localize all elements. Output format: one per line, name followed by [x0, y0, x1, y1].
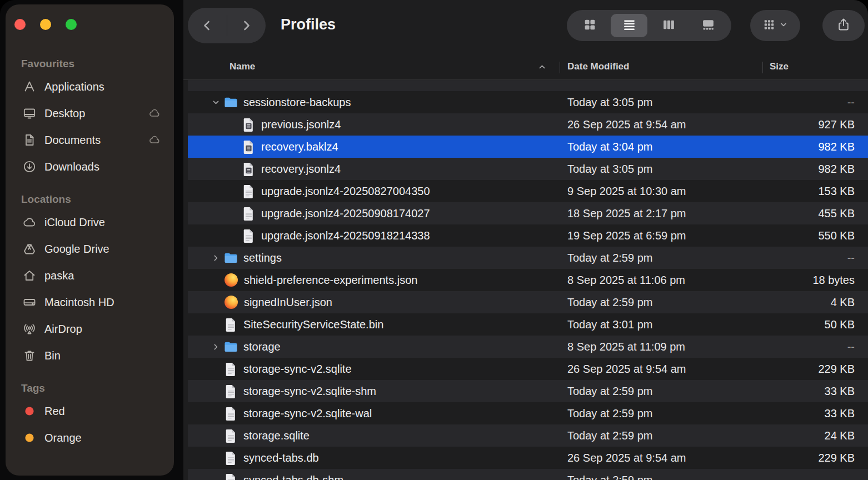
main-area: Profiles Name Date Modified Size session… [183, 0, 868, 480]
file-date: 19 Sep 2025 at 6:59 pm [567, 229, 762, 242]
disclosure-collapsed-icon[interactable] [209, 254, 222, 262]
file-row[interactable]: upgrade.jsonlz4-2025091821433819 Sep 202… [188, 224, 868, 247]
icon-view-button[interactable] [571, 14, 608, 37]
sidebar-item-airdrop[interactable]: AirDrop [14, 316, 168, 342]
sidebar-item-red[interactable]: Red [14, 398, 168, 424]
forward-button[interactable] [227, 8, 266, 43]
file-date: 26 Sep 2025 at 9:54 am [567, 452, 762, 464]
sidebar-item-macintosh-hd[interactable]: Macintosh HD [14, 289, 168, 316]
file-size: 455 KB [762, 207, 868, 220]
google-drive-icon [21, 242, 38, 256]
document-file-icon [223, 451, 238, 466]
file-name: synced-tabs.db-shm [243, 474, 343, 480]
file-row[interactable]: storage8 Sep 2025 at 11:09 pm-- [188, 336, 868, 358]
file-row[interactable]: recovery.jsonlz4Today at 3:05 pm982 KB [188, 158, 868, 180]
file-size: 982 KB [762, 163, 868, 176]
sidebar-item-orange[interactable]: Orange [14, 424, 168, 451]
sidebar-item-desktop[interactable]: Desktop [14, 100, 168, 127]
sidebar-section-title: Tags [21, 382, 168, 394]
disclosure-collapsed-icon[interactable] [209, 343, 222, 351]
sidebar-item-label: iCloud Drive [44, 216, 105, 229]
sidebar-item-google-drive[interactable]: Google Drive [14, 236, 168, 262]
file-row[interactable]: storage.sqliteToday at 2:59 pm24 KB [188, 424, 868, 447]
column-divider[interactable] [762, 62, 763, 73]
column-header-date-modified[interactable]: Date Modified [567, 61, 629, 72]
name-cell: storage-sync-v2.sqlite [188, 362, 567, 377]
name-cell: previous.jsonlz4 [188, 117, 567, 132]
name-cell: storage-sync-v2.sqlite-wal [188, 406, 567, 421]
file-row[interactable]: upgrade.jsonlz4-202508270043509 Sep 2025… [188, 180, 868, 202]
file-size: 50 KB [762, 318, 868, 331]
icloud-icon [21, 215, 38, 229]
disclosure-expanded-icon[interactable] [209, 98, 222, 107]
file-date: Today at 3:04 pm [567, 141, 762, 153]
name-cell: recovery.baklz4 [188, 139, 567, 154]
sidebar-item-label: Orange [44, 432, 82, 444]
minimize-button[interactable] [40, 19, 51, 30]
column-header-name[interactable]: Name [230, 61, 255, 72]
file-date: Today at 3:05 pm [567, 96, 762, 109]
folder-icon [223, 339, 238, 354]
file-row[interactable]: upgrade.jsonlz4-2025090817402718 Sep 202… [188, 202, 868, 224]
sidebar-item-label: Macintosh HD [44, 296, 114, 309]
share-button[interactable] [822, 10, 865, 41]
sidebar-item-icloud-drive[interactable]: iCloud Drive [14, 209, 168, 236]
file-row-partial[interactable] [188, 80, 868, 91]
sidebar-item-applications[interactable]: Applications [14, 73, 168, 100]
column-view-button[interactable] [651, 14, 687, 37]
file-row[interactable]: settingsToday at 2:59 pm-- [188, 247, 868, 269]
sidebar-item-downloads[interactable]: Downloads [14, 153, 168, 180]
file-row[interactable]: SiteSecurityServiceState.binToday at 3:0… [188, 313, 868, 336]
file-row[interactable]: recovery.baklz4Today at 3:04 pm982 KB [188, 136, 868, 158]
document-file-icon [223, 428, 238, 443]
name-cell: storage-sync-v2.sqlite-shm [188, 384, 567, 399]
tag-dot-icon [21, 404, 38, 418]
traffic-lights [14, 19, 77, 30]
document-file-icon [241, 184, 256, 199]
grid-view-icon [583, 18, 597, 34]
file-size: 229 KB [762, 363, 868, 376]
close-button[interactable] [14, 19, 26, 30]
zoom-button[interactable] [66, 19, 77, 30]
sidebar-item-label: Downloads [44, 161, 99, 173]
sidebar-item-documents[interactable]: Documents [14, 127, 168, 153]
file-date: Today at 2:59 pm [567, 429, 762, 442]
file-name: signedInUser.json [244, 296, 332, 309]
file-date: Today at 2:59 pm [567, 407, 762, 420]
airdrop-icon [21, 322, 38, 336]
file-size: 229 KB [762, 452, 868, 464]
file-date: 18 Sep 2025 at 2:17 pm [567, 207, 762, 220]
name-cell: upgrade.jsonlz4-20250918214338 [188, 228, 567, 243]
file-size: 4 KB [762, 296, 868, 309]
file-row[interactable]: storage-sync-v2.sqlite26 Sep 2025 at 9:5… [188, 358, 868, 380]
group-by-button[interactable] [750, 10, 800, 41]
downloads-icon [21, 159, 38, 174]
finder-window: FavouritesApplicationsDesktopDocumentsDo… [0, 0, 868, 480]
file-date: Today at 2:59 pm [567, 385, 762, 398]
list-view-button[interactable] [611, 14, 647, 37]
file-name: recovery.baklz4 [261, 141, 338, 153]
file-name: storage-sync-v2.sqlite-wal [243, 407, 372, 420]
column-divider[interactable] [560, 62, 560, 73]
sidebar-item-paska[interactable]: paska [14, 262, 168, 289]
sidebar-item-label: paska [44, 269, 74, 282]
sidebar-item-bin[interactable]: Bin [14, 342, 168, 369]
gallery-view-button[interactable] [690, 14, 727, 37]
group-grid-icon [763, 18, 775, 33]
file-row[interactable]: sessionstore-backupsToday at 3:05 pm-- [188, 91, 868, 113]
column-header-size[interactable]: Size [770, 61, 789, 72]
file-date: Today at 2:59 pm [567, 252, 762, 264]
file-row[interactable]: signedInUser.jsonToday at 2:59 pm4 KB [188, 291, 868, 313]
file-row[interactable]: shield-preference-experiments.json8 Sep … [188, 269, 868, 291]
file-name: synced-tabs.db [243, 452, 319, 464]
file-size: 153 KB [762, 185, 868, 198]
compressed-file-icon [241, 117, 256, 132]
file-list: sessionstore-backupsToday at 3:05 pm--pr… [183, 80, 868, 480]
back-button[interactable] [188, 8, 227, 43]
file-row[interactable]: previous.jsonlz426 Sep 2025 at 9:54 am92… [188, 113, 868, 136]
file-row[interactable]: synced-tabs.db-shmToday at 2:59 pm [188, 469, 868, 480]
file-row[interactable]: synced-tabs.db26 Sep 2025 at 9:54 am229 … [188, 447, 868, 469]
file-row[interactable]: storage-sync-v2.sqlite-walToday at 2:59 … [188, 402, 868, 424]
sidebar-section-title: Favourites [21, 58, 168, 70]
file-row[interactable]: storage-sync-v2.sqlite-shmToday at 2:59 … [188, 380, 868, 402]
